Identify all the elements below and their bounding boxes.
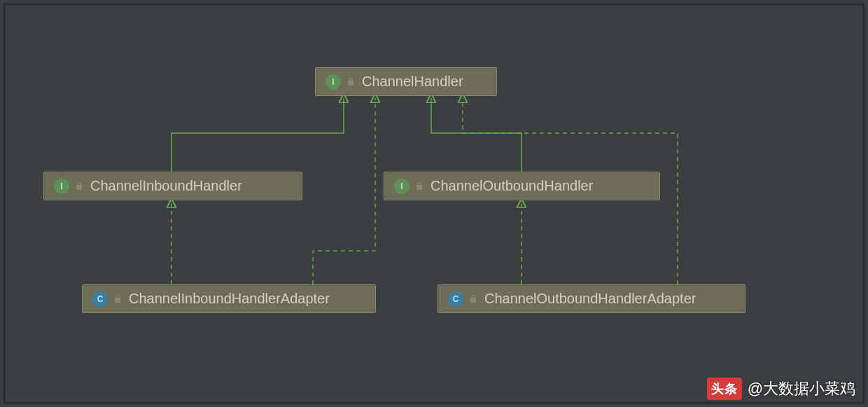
edge-inadp-root <box>313 98 375 284</box>
class-icon: C <box>92 291 108 307</box>
edge-outh-root <box>431 98 522 172</box>
watermark-text: @大数据小菜鸡 <box>748 378 855 399</box>
interface-icon: I <box>394 179 410 194</box>
node-channel-handler[interactable]: I ChannelHandler <box>315 67 497 96</box>
node-channel-outbound-handler-adapter[interactable]: C ChannelOutboundHandlerAdapter <box>438 284 746 313</box>
node-channel-inbound-handler-adapter[interactable]: C ChannelInboundHandlerAdapter <box>82 284 376 313</box>
watermark-logo: 头条 <box>707 378 742 400</box>
lock-icon <box>415 181 425 191</box>
edge-inh-root <box>172 98 344 172</box>
svg-rect-0 <box>4 4 864 403</box>
watermark: 头条 @大数据小菜鸡 <box>707 378 855 400</box>
lock-icon <box>469 294 479 304</box>
lock-icon <box>113 294 123 304</box>
node-label: ChannelInboundHandlerAdapter <box>129 291 330 307</box>
lock-icon <box>75 181 85 191</box>
connector-layer <box>0 0 868 407</box>
node-channel-outbound-handler[interactable]: I ChannelOutboundHandler <box>384 172 660 200</box>
node-label: ChannelInboundHandler <box>90 178 242 194</box>
interface-icon: I <box>326 74 341 90</box>
lock-icon <box>346 77 356 87</box>
node-label: ChannelOutboundHandlerAdapter <box>484 291 696 307</box>
node-channel-inbound-handler[interactable]: I ChannelInboundHandler <box>43 172 302 200</box>
node-label: ChannelOutboundHandler <box>430 178 593 194</box>
node-label: ChannelHandler <box>362 74 463 90</box>
class-icon: C <box>448 291 463 307</box>
interface-icon: I <box>54 179 69 194</box>
